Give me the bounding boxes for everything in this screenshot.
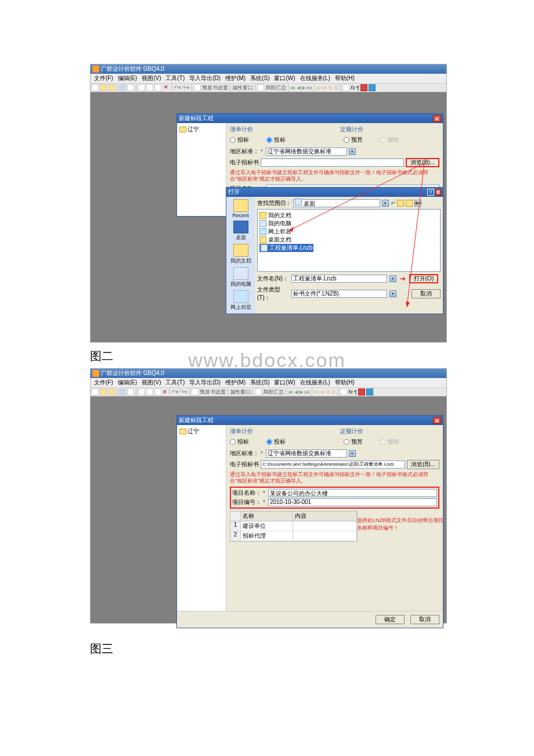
undo-icon[interactable]: ↶▾	[171, 389, 179, 395]
menu-system[interactable]: 系统(S)	[248, 379, 271, 387]
ebook-input[interactable]: C:\Documents and Settings\Administrator\…	[261, 460, 405, 469]
projname-input[interactable]: 某设备公司的办公大楼	[268, 489, 437, 497]
menu-system[interactable]: 系统(S)	[248, 74, 271, 82]
open-icon[interactable]	[100, 84, 107, 91]
summary-icon[interactable]	[257, 84, 264, 91]
save-icon[interactable]	[119, 84, 126, 91]
nav-next-icon[interactable]: ▶	[300, 389, 304, 395]
open-icon[interactable]	[100, 388, 107, 395]
ebook-input[interactable]	[261, 159, 404, 167]
menu-file[interactable]: 文件(F)	[92, 74, 115, 82]
tool-icon[interactable]	[360, 84, 367, 91]
new-icon[interactable]	[92, 84, 99, 91]
region-dropdown[interactable]: 辽宁省网络数据交换标准	[266, 147, 347, 156]
para-icon[interactable]: ¶	[356, 85, 359, 91]
ok-button[interactable]: 确定	[376, 615, 405, 624]
delete-icon[interactable]: ✕	[163, 84, 169, 91]
nav-prev-icon[interactable]: ◀	[294, 389, 298, 395]
menu-io[interactable]: 导入导出(D)	[187, 379, 222, 387]
cut-icon[interactable]	[138, 84, 145, 91]
back-icon[interactable]: ↶	[391, 200, 395, 207]
print-icon[interactable]	[127, 84, 134, 91]
lookin-dropdown[interactable]: 桌面	[293, 199, 380, 207]
cut-icon[interactable]	[138, 388, 145, 395]
fx-icon[interactable]: fx	[351, 85, 355, 91]
chevron-down-icon[interactable]: ▾	[389, 290, 396, 297]
tool-icon[interactable]	[340, 388, 347, 395]
projno-input[interactable]: 2010-10-30-001	[268, 498, 437, 506]
nav-first-icon[interactable]: ⏮	[288, 389, 293, 395]
nav-last-icon[interactable]: ⏭	[305, 389, 310, 395]
menu-view[interactable]: 视图(V)	[140, 379, 163, 387]
radio-yusuan[interactable]: 预算	[344, 136, 363, 144]
paste-icon[interactable]	[154, 84, 161, 91]
save-icon[interactable]	[119, 388, 126, 395]
browse-button[interactable]: 浏览(B)...	[407, 460, 439, 469]
menu-window[interactable]: 窗口(W)	[272, 74, 297, 82]
arrow-icon[interactable]: ⇨	[322, 85, 327, 91]
radio-yusuan[interactable]: 预算	[344, 438, 363, 446]
menu-bar[interactable]: 文件(F) 编辑(E) 视图(V) 工具(T) 导入导出(D) 维护(M) 系统…	[91, 74, 446, 83]
arrow-icon[interactable]: ⇧	[326, 389, 330, 395]
file-item[interactable]: 我的文档	[259, 211, 438, 219]
radio-zhaobiao[interactable]: 招标	[230, 136, 249, 144]
table-row[interactable]: 2 招标代理	[230, 531, 357, 541]
place-mypc[interactable]: 我的电脑	[230, 267, 251, 288]
preset-icon[interactable]	[192, 388, 199, 395]
chevron-down-icon[interactable]: ▾	[349, 450, 356, 457]
new-icon[interactable]	[92, 388, 99, 395]
arrow-icon[interactable]: ⇧	[328, 85, 333, 91]
menu-tools[interactable]: 工具(T)	[164, 379, 186, 387]
table-row[interactable]: 1 建设单位	[230, 521, 357, 531]
close-icon[interactable]: ✕	[433, 417, 441, 424]
copy-icon[interactable]	[146, 388, 153, 395]
menu-view[interactable]: 视图(V)	[140, 74, 163, 82]
place-net[interactable]: 网上邻居	[230, 290, 251, 311]
chevron-down-icon[interactable]: ▾	[349, 148, 356, 155]
preset-icon[interactable]	[194, 84, 201, 91]
menu-online[interactable]: 在线服务(L)	[298, 379, 332, 387]
menu-help[interactable]: 帮助(H)	[333, 74, 356, 82]
cancel-button[interactable]: 取消	[410, 615, 439, 624]
summary-label[interactable]: 局部汇总	[263, 388, 284, 396]
para-icon[interactable]: ¶	[354, 389, 357, 395]
summary-icon[interactable]	[255, 388, 262, 395]
copy-icon[interactable]	[146, 84, 153, 91]
radio-toubiao[interactable]: 投标	[266, 438, 286, 446]
print-icon[interactable]	[127, 388, 134, 395]
propwin-label[interactable]: 属性窗口	[230, 388, 251, 396]
arrow-icon[interactable]: ⇩	[334, 85, 338, 91]
redo-icon[interactable]: ↷▾	[182, 85, 190, 91]
file-item-selected[interactable]: 工程量清单.Lnzb	[259, 244, 313, 252]
up-icon[interactable]	[397, 200, 404, 207]
menu-online[interactable]: 在线服务(L)	[298, 74, 332, 82]
open2-icon[interactable]	[108, 388, 115, 395]
open2-icon[interactable]	[108, 84, 115, 91]
menu-maint[interactable]: 维护(M)	[223, 379, 247, 387]
view-menu-icon[interactable]: ▦▾	[414, 200, 421, 207]
place-desktop[interactable]: 桌面	[233, 221, 248, 242]
filename-input[interactable]: 工程量清单.Lnzb	[291, 275, 387, 283]
nav-prev-icon[interactable]: ◀	[297, 85, 301, 91]
arrow-icon[interactable]: ⇨	[320, 389, 324, 395]
arrow-icon[interactable]: ⇩	[331, 389, 336, 395]
nav-first-icon[interactable]: ⏮	[290, 85, 295, 91]
tool-icon[interactable]	[369, 84, 376, 91]
file-item[interactable]: 我的电脑	[259, 219, 438, 228]
tree-root[interactable]: 辽宁	[179, 125, 223, 134]
file-item[interactable]: 网上邻居	[259, 228, 438, 236]
browse-button[interactable]: 浏览(B)...	[406, 158, 439, 167]
menu-maint[interactable]: 维护(M)	[223, 74, 247, 82]
menu-io[interactable]: 导入导出(D)	[187, 74, 222, 82]
delete-icon[interactable]: ✕	[163, 389, 167, 395]
radio-toubiao[interactable]: 投标	[266, 136, 286, 144]
filetype-dropdown[interactable]: 标书文件(*.LNZB)	[291, 290, 387, 298]
close-icon[interactable]: ✕	[433, 115, 441, 122]
paste-icon[interactable]	[154, 388, 161, 395]
menu-edit[interactable]: 编辑(E)	[116, 379, 139, 387]
chevron-down-icon[interactable]: ▾	[389, 275, 396, 282]
arrow-icon[interactable]: ⇦	[316, 85, 321, 91]
close-icon[interactable]: ✕	[435, 189, 441, 196]
nav-next-icon[interactable]: ▶	[302, 85, 306, 91]
tool-icon[interactable]	[366, 388, 373, 395]
